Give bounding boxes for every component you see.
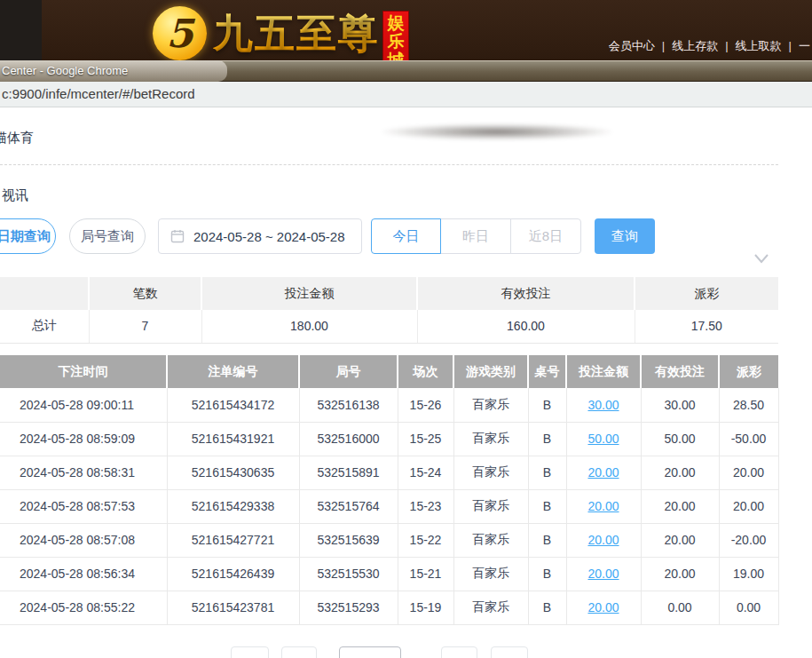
bet-amount-link[interactable]: 30.00	[587, 398, 619, 412]
summary-header-row: 笔数 投注金额 有效投注 派彩	[0, 277, 778, 310]
valid-bet-cell: 30.00	[641, 388, 719, 422]
pagination-next-button[interactable]	[491, 646, 528, 658]
summary-total-valid-bet: 160.00	[417, 310, 635, 343]
summary-total-bet-amount: 180.00	[201, 310, 417, 343]
session-cell: 15-22	[398, 523, 453, 557]
background-logo-blur	[377, 123, 617, 140]
bet-id-cell: 521615429338	[167, 489, 299, 523]
bet-id-cell: 521615431921	[167, 422, 299, 456]
valid-bet-cell: 20.00	[641, 489, 719, 523]
round-query-tab-button[interactable]: 局号查询	[69, 218, 146, 254]
bet-time-cell: 2024-05-28 08:57:08	[0, 523, 167, 557]
bet-time-cell: 2024-05-28 08:58:31	[0, 456, 167, 489]
nav-member-center-link[interactable]: 会员中心	[609, 39, 655, 52]
last-8-days-button[interactable]: 近8日	[510, 218, 581, 254]
session-cell: 15-26	[398, 388, 453, 422]
game-type-cell: 百家乐	[453, 388, 528, 422]
nav-separator: |	[662, 39, 665, 52]
payout-cell: 28.50	[719, 388, 778, 422]
summary-header-valid-bet: 有效投注	[417, 277, 635, 310]
header-bet-amount: 投注金额	[566, 355, 641, 388]
payout-cell: 20.00	[719, 456, 778, 489]
round-no-cell: 532515891	[299, 456, 398, 489]
game-type-cell: 百家乐	[453, 456, 528, 489]
header-round-no: 局号	[299, 355, 398, 388]
today-label: 今日	[393, 228, 420, 245]
header-game-type: 游戏类别	[453, 355, 528, 388]
header-bet-id: 注单编号	[167, 355, 299, 388]
payout-cell: 19.00	[719, 557, 778, 591]
summary-table: 笔数 投注金额 有效投注 派彩 总计 7 180.00 160.00 17.50	[0, 277, 778, 344]
round-query-label: 局号查询	[81, 228, 134, 245]
nav-online-deposit-link[interactable]: 线上存款	[672, 39, 718, 52]
game-type-cell: 百家乐	[453, 422, 528, 456]
date-query-label: 日期查询	[0, 228, 51, 245]
chevron-down-icon	[753, 252, 770, 265]
bet-id-cell: 521615423781	[167, 591, 299, 624]
valid-bet-cell: 0.00	[641, 591, 719, 624]
nav-cutoff-link[interactable]: 一	[799, 39, 810, 52]
round-no-cell: 532515639	[299, 523, 398, 557]
address-bar[interactable]: c:9900/infe/mcenter/#/betRecord	[0, 82, 812, 107]
date-query-tab-button[interactable]: 日期查询	[0, 218, 56, 254]
round-no-cell: 532516138	[299, 388, 398, 422]
bet-amount-link[interactable]: 20.00	[587, 600, 619, 614]
logo-95-icon: 5	[153, 6, 207, 60]
payout-cell: 20.00	[719, 489, 778, 523]
bet-amount-link[interactable]: 50.00	[587, 432, 619, 446]
summary-header-count: 笔数	[89, 277, 201, 310]
summary-header-blank	[0, 277, 89, 310]
bet-amount-link[interactable]: 20.00	[587, 465, 619, 480]
nav-separator: |	[725, 39, 728, 52]
bet-row: 2024-05-28 08:58:31 521615430635 5325158…	[0, 456, 778, 489]
date-range-value: 2024-05-28 ~ 2024-05-28	[193, 229, 345, 244]
valid-bet-cell: 50.00	[641, 422, 719, 456]
header-valid-bet: 有效投注	[641, 355, 719, 388]
round-no-cell: 532516000	[299, 422, 398, 456]
bet-time-cell: 2024-05-28 08:56:34	[0, 557, 167, 591]
session-cell: 15-23	[398, 489, 453, 523]
bet-time-cell: 2024-05-28 08:57:53	[0, 489, 167, 523]
table-no-cell: B	[528, 489, 566, 523]
summary-total-row: 总计 7 180.00 160.00 17.50	[0, 310, 778, 343]
bet-id-cell: 521615434172	[167, 388, 299, 422]
table-no-cell: B	[528, 557, 566, 591]
nav-online-withdraw-link[interactable]: 线上取款	[736, 39, 782, 52]
bet-time-cell: 2024-05-28 08:59:09	[0, 422, 167, 456]
bet-amount-link[interactable]: 20.00	[587, 499, 619, 513]
pagination-prev-button[interactable]	[231, 646, 269, 658]
address-bar-url: c:9900/infe/mcenter/#/betRecord	[2, 82, 195, 107]
bet-time-cell: 2024-05-28 08:55:22	[0, 591, 167, 624]
table-no-cell: B	[528, 456, 566, 489]
table-no-cell: B	[528, 422, 566, 456]
valid-bet-cell: 20.00	[641, 557, 719, 591]
summary-total-label: 总计	[0, 310, 89, 343]
valid-bet-cell: 20.00	[641, 456, 719, 489]
query-button[interactable]: 查询	[595, 218, 655, 254]
header-bet-time: 下注时间	[0, 355, 167, 388]
yesterday-label: 昨日	[462, 228, 489, 245]
section-live-video-accordion[interactable]: 视讯	[0, 180, 812, 210]
bet-id-cell: 521615426439	[167, 557, 299, 591]
bet-amount-link[interactable]: 20.00	[587, 567, 619, 581]
pagination-page-button[interactable]	[441, 646, 477, 658]
nav-separator: |	[789, 39, 792, 52]
table-no-cell: B	[528, 388, 566, 422]
site-logo-text: 九五至尊	[213, 9, 386, 59]
summary-header-payout: 派彩	[635, 277, 778, 310]
session-cell: 15-25	[398, 422, 453, 456]
date-range-input[interactable]: 2024-05-28 ~ 2024-05-28	[158, 218, 362, 254]
bet-amount-link[interactable]: 20.00	[587, 533, 619, 547]
header-payout: 派彩	[719, 355, 778, 388]
logo-badge-text: 5	[166, 14, 193, 53]
yesterday-button[interactable]: 昨日	[440, 218, 511, 254]
game-type-cell: 百家乐	[453, 489, 528, 523]
payout-cell: 0.00	[719, 591, 778, 624]
game-type-cell: 百家乐	[453, 591, 528, 624]
payout-cell: -50.00	[719, 422, 778, 456]
today-button[interactable]: 今日	[371, 218, 441, 254]
game-type-cell: 百家乐	[453, 557, 528, 591]
pagination-page-input[interactable]	[339, 646, 401, 658]
bet-row: 2024-05-28 08:55:22 521615423781 5325152…	[0, 591, 778, 624]
pagination-page-button[interactable]	[281, 646, 317, 658]
